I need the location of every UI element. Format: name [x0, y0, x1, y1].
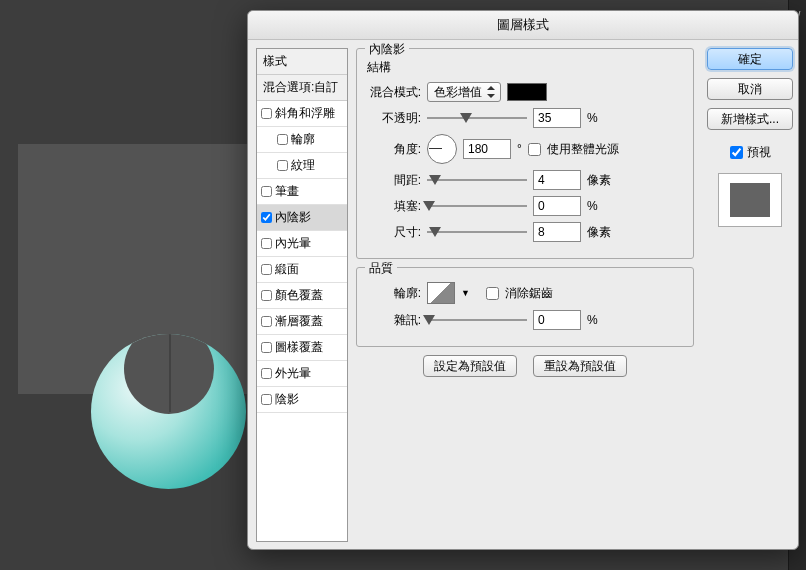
blend-mode-label: 混合模式: — [367, 84, 421, 101]
layer-style-dialog: 圖層樣式 樣式 混合選項:自訂 斜角和浮雕輪廓紋理筆畫內陰影內光暈緞面顏色覆蓋漸… — [247, 10, 799, 550]
color-swatch[interactable] — [507, 83, 547, 101]
style-row-8[interactable]: 漸層覆蓋 — [257, 309, 347, 335]
blend-mode-select[interactable]: 色彩增值 — [427, 82, 501, 102]
style-row-1[interactable]: 輪廓 — [257, 127, 347, 153]
choke-input[interactable] — [533, 196, 581, 216]
canvas-document[interactable] — [18, 144, 250, 394]
styles-header[interactable]: 樣式 — [257, 49, 347, 75]
ok-button[interactable]: 確定 — [707, 48, 793, 70]
style-checkbox-0[interactable] — [261, 108, 272, 119]
opacity-slider[interactable] — [427, 111, 527, 125]
distance-unit: 像素 — [587, 172, 611, 189]
style-label-10: 外光暈 — [275, 365, 311, 382]
contour-picker[interactable] — [427, 282, 455, 304]
size-input[interactable] — [533, 222, 581, 242]
choke-label: 填塞: — [367, 198, 421, 215]
style-label-1: 輪廓 — [291, 131, 315, 148]
style-row-6[interactable]: 緞面 — [257, 257, 347, 283]
style-checkbox-11[interactable] — [261, 394, 272, 405]
angle-dial[interactable] — [427, 134, 457, 164]
style-row-4[interactable]: 內陰影 — [257, 205, 347, 231]
structure-fieldset: 內陰影 結構 混合模式: 色彩增值 不透明: % 角度: — [356, 48, 694, 259]
style-checkbox-2[interactable] — [277, 160, 288, 171]
quality-fieldset: 品質 輪廓: ▼ 消除鋸齒 雜訊: % — [356, 267, 694, 347]
chevron-down-icon[interactable]: ▼ — [461, 288, 470, 298]
structure-label: 結構 — [367, 59, 683, 76]
cancel-button[interactable]: 取消 — [707, 78, 793, 100]
opacity-input[interactable] — [533, 108, 581, 128]
preview-label: 預視 — [747, 144, 771, 161]
noise-slider[interactable] — [427, 313, 527, 327]
style-checkbox-10[interactable] — [261, 368, 272, 379]
style-label-6: 緞面 — [275, 261, 299, 278]
preview-swatch — [718, 173, 782, 227]
circle-inner-shadow — [169, 334, 171, 412]
style-label-0: 斜角和浮雕 — [275, 105, 335, 122]
size-label: 尺寸: — [367, 224, 421, 241]
dialog-title: 圖層樣式 — [248, 11, 798, 40]
style-row-5[interactable]: 內光暈 — [257, 231, 347, 257]
global-light-checkbox[interactable] — [528, 143, 541, 156]
contour-label: 輪廓: — [367, 285, 421, 302]
global-light-label: 使用整體光源 — [547, 141, 619, 158]
choke-unit: % — [587, 199, 598, 213]
opacity-label: 不透明: — [367, 110, 421, 127]
style-checkbox-9[interactable] — [261, 342, 272, 353]
style-checkbox-6[interactable] — [261, 264, 272, 275]
style-label-9: 圖樣覆蓋 — [275, 339, 323, 356]
style-checkbox-8[interactable] — [261, 316, 272, 327]
style-label-2: 紋理 — [291, 157, 315, 174]
style-label-7: 顏色覆蓋 — [275, 287, 323, 304]
style-checkbox-7[interactable] — [261, 290, 272, 301]
styles-list: 樣式 混合選項:自訂 斜角和浮雕輪廓紋理筆畫內陰影內光暈緞面顏色覆蓋漸層覆蓋圖樣… — [256, 48, 348, 542]
make-default-button[interactable]: 設定為預設值 — [423, 355, 517, 377]
style-checkbox-3[interactable] — [261, 186, 272, 197]
noise-input[interactable] — [533, 310, 581, 330]
noise-label: 雜訊: — [367, 312, 421, 329]
style-checkbox-5[interactable] — [261, 238, 272, 249]
reset-default-button[interactable]: 重設為預設值 — [533, 355, 627, 377]
antialias-label: 消除鋸齒 — [505, 285, 553, 302]
style-row-7[interactable]: 顏色覆蓋 — [257, 283, 347, 309]
style-checkbox-4[interactable] — [261, 212, 272, 223]
dialog-buttons: 確定 取消 新增樣式... 預視 — [702, 40, 798, 550]
opacity-unit: % — [587, 111, 598, 125]
antialias-checkbox[interactable] — [486, 287, 499, 300]
distance-label: 間距: — [367, 172, 421, 189]
style-label-4: 內陰影 — [275, 209, 311, 226]
style-row-10[interactable]: 外光暈 — [257, 361, 347, 387]
quality-label: 品質 — [365, 260, 397, 277]
noise-unit: % — [587, 313, 598, 327]
angle-unit: ° — [517, 142, 522, 156]
settings-panel: 內陰影 結構 混合模式: 色彩增值 不透明: % 角度: — [348, 40, 702, 550]
size-unit: 像素 — [587, 224, 611, 241]
style-row-11[interactable]: 陰影 — [257, 387, 347, 413]
canvas-area — [0, 0, 250, 570]
preview-checkbox[interactable] — [730, 146, 743, 159]
new-style-button[interactable]: 新增樣式... — [707, 108, 793, 130]
angle-input[interactable] — [463, 139, 511, 159]
style-row-9[interactable]: 圖樣覆蓋 — [257, 335, 347, 361]
layer-circle[interactable] — [91, 334, 246, 489]
style-label-3: 筆畫 — [275, 183, 299, 200]
angle-label: 角度: — [367, 141, 421, 158]
distance-input[interactable] — [533, 170, 581, 190]
panel-title: 內陰影 — [365, 41, 409, 58]
style-checkbox-1[interactable] — [277, 134, 288, 145]
distance-slider[interactable] — [427, 173, 527, 187]
style-row-2[interactable]: 紋理 — [257, 153, 347, 179]
style-label-11: 陰影 — [275, 391, 299, 408]
style-label-8: 漸層覆蓋 — [275, 313, 323, 330]
choke-slider[interactable] — [427, 199, 527, 213]
style-row-0[interactable]: 斜角和浮雕 — [257, 101, 347, 127]
size-slider[interactable] — [427, 225, 527, 239]
style-label-5: 內光暈 — [275, 235, 311, 252]
style-row-3[interactable]: 筆畫 — [257, 179, 347, 205]
blending-options-row[interactable]: 混合選項:自訂 — [257, 75, 347, 101]
